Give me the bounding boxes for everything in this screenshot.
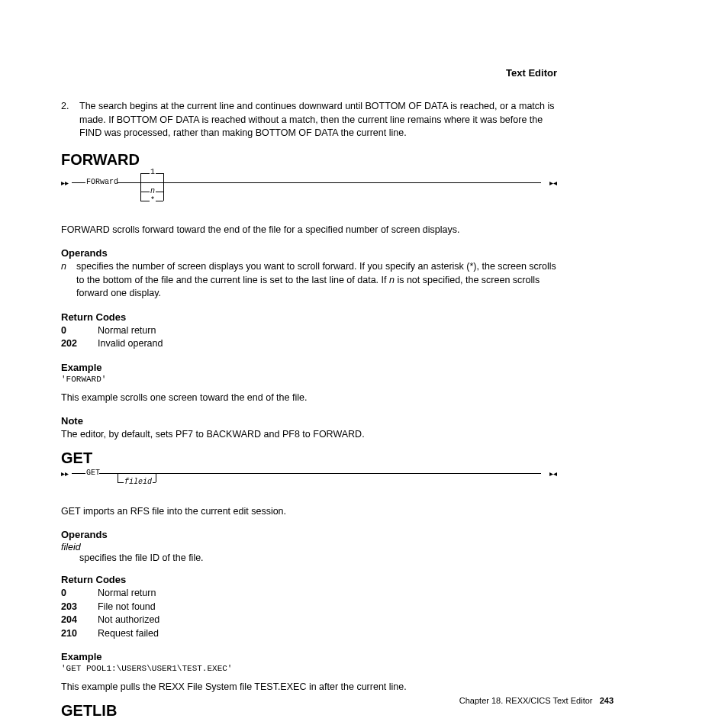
operands-heading: Operands bbox=[61, 529, 557, 540]
operand-term: n bbox=[61, 260, 76, 301]
syntax-end-icon: ▸◂ bbox=[549, 179, 557, 187]
note-text: The editor, by default, sets PF7 to BACK… bbox=[61, 428, 557, 442]
example-heading: Example bbox=[61, 362, 557, 373]
get-description: GET imports an RFS file into the current… bbox=[61, 505, 557, 519]
operand-definition: specifies the file ID of the file. bbox=[79, 552, 557, 563]
rc-row: 210 Request failed bbox=[61, 627, 557, 641]
syntax-start-icon: ▸▸ bbox=[61, 179, 69, 187]
page-footer: Chapter 18. REXX/CICS Text Editor 243 bbox=[459, 696, 614, 705]
operand-term: fileid bbox=[61, 542, 557, 552]
rc-row: 0 Normal return bbox=[61, 587, 557, 601]
rc-text: Normal return bbox=[98, 587, 557, 601]
footer-chapter: Chapter 18. REXX/CICS Text Editor bbox=[459, 696, 593, 705]
syntax-fileid: fileid bbox=[124, 478, 153, 486]
forward-heading: FORWARD bbox=[61, 151, 557, 169]
rc-code: 0 bbox=[61, 324, 98, 338]
example-heading: Example bbox=[61, 651, 557, 662]
operand-definition: specifies the number of screen displays … bbox=[76, 260, 557, 301]
rc-text: Invalid operand bbox=[98, 337, 557, 351]
forward-description: FORWARD scrolls forward toward the end o… bbox=[61, 224, 557, 237]
get-syntax-diagram: ▸▸ GET fileid ▸◂ bbox=[61, 469, 557, 487]
example-description: This example scrolls one screen toward t… bbox=[61, 391, 557, 405]
rc-row: 0 Normal return bbox=[61, 324, 557, 338]
operands-heading: Operands bbox=[61, 247, 557, 259]
footer-page-number: 243 bbox=[600, 696, 614, 705]
operand-row: n specifies the number of screen display… bbox=[61, 260, 557, 301]
running-header: Text Editor bbox=[61, 67, 557, 79]
syntax-keyword: FORward bbox=[85, 178, 119, 186]
rc-row: 204 Not authorized bbox=[61, 614, 557, 627]
syntax-default: 1 bbox=[150, 168, 156, 176]
note-number: 2. bbox=[61, 100, 79, 140]
page-content: Text Editor 2. The search begins at the … bbox=[0, 0, 672, 728]
forward-syntax-diagram: ▸▸ FORward 1 n * ▸◂ bbox=[61, 170, 557, 202]
example-code: 'FORWARD' bbox=[61, 375, 557, 384]
syntax-keyword: GET bbox=[85, 469, 101, 477]
rc-text: Normal return bbox=[98, 324, 557, 338]
syntax-star: * bbox=[150, 196, 156, 205]
get-heading: GET bbox=[61, 449, 557, 467]
rc-code: 203 bbox=[61, 601, 98, 614]
example-description: This example pulls the REXX File System … bbox=[61, 681, 557, 694]
example-code: 'GET POOL1:\USERS\USER1\TEST.EXEC' bbox=[61, 664, 557, 673]
rc-text: Request failed bbox=[98, 627, 557, 641]
rc-row: 202 Invalid operand bbox=[61, 337, 557, 351]
rc-code: 202 bbox=[61, 337, 98, 351]
syntax-end-icon: ▸◂ bbox=[549, 469, 557, 478]
return-codes-heading: Return Codes bbox=[61, 574, 557, 585]
rc-text: File not found bbox=[98, 601, 557, 614]
return-codes-heading: Return Codes bbox=[61, 311, 557, 323]
rc-row: 203 File not found bbox=[61, 601, 557, 614]
syntax-n: n bbox=[150, 187, 156, 195]
rc-code: 210 bbox=[61, 627, 98, 641]
note-body: The search begins at the current line an… bbox=[79, 100, 557, 140]
rc-code: 0 bbox=[61, 587, 98, 601]
rc-text: Not authorized bbox=[98, 614, 557, 627]
note-heading: Note bbox=[61, 415, 557, 427]
rc-code: 204 bbox=[61, 614, 98, 627]
numbered-note: 2. The search begins at the current line… bbox=[61, 100, 557, 140]
syntax-start-icon: ▸▸ bbox=[61, 469, 69, 478]
